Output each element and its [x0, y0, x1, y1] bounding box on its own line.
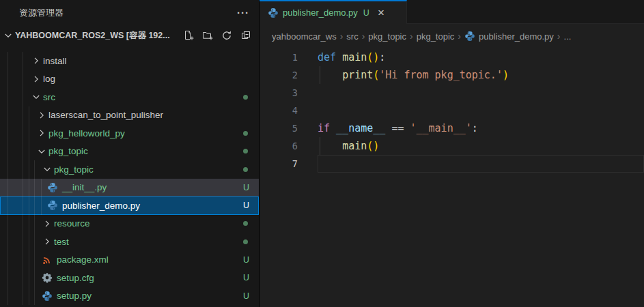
editor-group: publisher_demo.py U × yahboomcar_ws›src›…: [260, 0, 644, 307]
tree-folder-test[interactable]: test: [0, 233, 259, 251]
python-icon: [47, 200, 58, 211]
tree-item-label: log: [43, 74, 55, 84]
breadcrumb-item-src[interactable]: src: [346, 31, 358, 42]
tree-item-label: setup.cfg: [57, 273, 94, 283]
line-number: 5: [260, 119, 298, 137]
tree-folder-laserscan_to_point_pulisher[interactable]: laserscan_to_point_pulisher: [0, 106, 259, 125]
explorer-sidebar: 资源管理器 ··· YAHBOOMCAR_ROS2_WS [容器 192... …: [0, 0, 260, 307]
python-icon: [268, 8, 279, 18]
git-changes-dot-icon: [243, 131, 248, 136]
line-content[interactable]: [318, 84, 644, 102]
git-changes-dot-icon: [243, 221, 248, 226]
gear-icon: [42, 272, 53, 283]
breadcrumb-item-yahboomcar_ws[interactable]: yahboomcar_ws: [272, 31, 337, 42]
breadcrumb-separator: ›: [362, 31, 365, 42]
workspace-name: YAHBOOMCAR_ROS2_WS [容器 192...: [15, 30, 170, 42]
new-file-icon[interactable]: [181, 28, 196, 43]
code-line-5: 5if __name__ == '__main__':: [260, 119, 644, 137]
line-content[interactable]: [318, 102, 644, 119]
chevron-down-icon: [31, 91, 42, 102]
tab-publisher-demo[interactable]: publisher_demo.py U ×: [260, 0, 407, 24]
chevron-down-icon: [42, 164, 53, 175]
line-content[interactable]: def main():: [318, 48, 644, 66]
line-content[interactable]: [318, 155, 644, 173]
refresh-icon[interactable]: [219, 28, 234, 43]
tree-folder-pkg_helloworld_py[interactable]: pkg_helloworld_py: [0, 124, 259, 143]
tab-bar: publisher_demo.py U ×: [260, 0, 644, 24]
code-line-2: 2 print('Hi from pkg_topic.'): [260, 66, 644, 84]
git-changes-dot-icon: [243, 167, 248, 172]
code-line-6: 6 main(): [260, 137, 644, 155]
tree-file-__init__.py[interactable]: __init__.pyU: [0, 179, 259, 197]
line-number: 1: [260, 48, 298, 66]
tab-modified-badge: U: [363, 8, 369, 18]
tree-file-package.xml[interactable]: package.xmlU: [0, 251, 259, 269]
line-number: 6: [260, 137, 298, 155]
section-actions: [181, 28, 253, 43]
workspace-section-header[interactable]: YAHBOOMCAR_ROS2_WS [容器 192...: [0, 26, 259, 45]
line-content[interactable]: print('Hi from pkg_topic.'): [318, 66, 644, 84]
tree-folder-log[interactable]: log: [0, 70, 259, 89]
git-untracked-badge: U: [243, 273, 249, 282]
editor-indent-guide: [320, 66, 320, 84]
breadcrumb-separator: ›: [340, 31, 344, 42]
tab-label: publisher_demo.py: [283, 8, 358, 18]
vscode-window: 资源管理器 ··· YAHBOOMCAR_ROS2_WS [容器 192... …: [0, 0, 644, 307]
tree-item-label: install: [43, 56, 67, 66]
python-icon: [47, 182, 58, 193]
chevron-right-icon: [42, 236, 53, 247]
tree-item-label: laserscan_to_point_pulisher: [48, 110, 163, 120]
breadcrumb-item-pkg_topic[interactable]: pkg_topic: [417, 31, 455, 42]
tree-file-setup.py[interactable]: setup.pyU: [0, 287, 259, 306]
breadcrumb-separator: ›: [557, 31, 561, 42]
git-untracked-badge: U: [243, 291, 249, 301]
line-number: 2: [260, 66, 298, 84]
breadcrumb-item-label: pkg_topic: [417, 31, 455, 42]
git-changes-dot-icon: [243, 239, 248, 244]
breadcrumb-item-...[interactable]: ...: [564, 31, 572, 42]
chevron-right-icon: [31, 74, 42, 85]
xml-icon: [42, 254, 53, 265]
breadcrumb-item-pkg_topic[interactable]: pkg_topic: [368, 31, 406, 42]
tree-folder-src[interactable]: src: [0, 88, 259, 106]
chevron-down-icon: [3, 30, 14, 41]
breadcrumb-item-publisher_demo.py[interactable]: publisher_demo.py: [464, 31, 554, 42]
line-content[interactable]: if __name__ == '__main__':: [318, 119, 644, 137]
file-tree: installlogsrclaserscan_to_point_pulisher…: [0, 45, 259, 307]
tree-file-publisher_demo.py[interactable]: publisher_demo.pyU: [0, 196, 259, 215]
tree-folder-pkg_topic[interactable]: pkg_topic: [0, 160, 259, 179]
breadcrumb-item-label: src: [346, 31, 358, 42]
chevron-right-icon: [31, 55, 42, 66]
code-line-1: 1def main():: [260, 48, 644, 66]
python-icon: [42, 291, 53, 302]
git-changes-dot-icon: [243, 149, 248, 154]
tree-item-label: setup.py: [57, 291, 92, 301]
tree-item-label: package.xml: [57, 254, 109, 265]
editor-indent-guide: [320, 137, 320, 155]
breadcrumb-item-label: publisher_demo.py: [479, 31, 554, 42]
close-icon[interactable]: ×: [378, 8, 384, 18]
new-folder-icon[interactable]: [200, 28, 215, 43]
tree-folder-install[interactable]: install: [0, 52, 259, 70]
code-editor[interactable]: 1def main():2 print('Hi from pkg_topic.'…: [260, 48, 644, 307]
tree-item-label: publisher_demo.py: [62, 201, 140, 211]
tree-item-label: pkg_topic: [54, 164, 94, 175]
explorer-title: 资源管理器: [19, 7, 64, 19]
line-content[interactable]: main(): [318, 137, 644, 155]
breadcrumb-separator: ›: [410, 31, 413, 42]
tree-item-label: src: [43, 92, 55, 102]
code-line-7: 7: [260, 155, 644, 173]
python-icon: [464, 31, 475, 42]
breadcrumb-item-label: yahboomcar_ws: [272, 31, 337, 42]
tree-folder-pkg_topic[interactable]: pkg_topic: [0, 143, 259, 161]
line-number: 4: [260, 102, 298, 119]
collapse-folders-icon[interactable]: [238, 28, 253, 43]
breadcrumb-separator: ›: [458, 31, 461, 42]
breadcrumb-item-label: ...: [564, 31, 572, 42]
tree-file-setup.cfg[interactable]: setup.cfgU: [0, 269, 259, 287]
tree-folder-resource[interactable]: resource: [0, 215, 259, 233]
tree-item-label: __init__.py: [62, 182, 107, 192]
chevron-right-icon: [36, 128, 47, 138]
tree-item-label: pkg_helloworld_py: [48, 128, 125, 138]
more-actions-icon[interactable]: ···: [237, 10, 249, 16]
